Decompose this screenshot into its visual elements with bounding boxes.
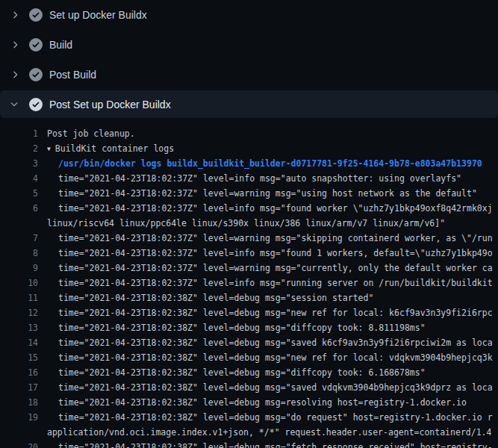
log-line-number[interactable]: 15 bbox=[0, 350, 38, 365]
log-line-text: time="2021-04-23T18:02:37Z" level=info m… bbox=[58, 276, 493, 290]
log-line-text: application/vnd.oci.image.index.v1+json,… bbox=[47, 425, 491, 440]
log-line-number[interactable]: 6 bbox=[0, 201, 38, 216]
log-line: 4 time="2021-04-23T18:02:37Z" level=info… bbox=[0, 171, 498, 186]
check-circle-icon bbox=[29, 68, 43, 81]
log-line: 1 Post job cleanup. bbox=[0, 126, 498, 141]
log-line-text: Post job cleanup. bbox=[47, 126, 135, 141]
log-line-text: ▼BuildKit container logs bbox=[47, 141, 174, 156]
log-line-number[interactable]: 20 bbox=[0, 440, 38, 448]
log-line: 12 time="2021-04-23T18:02:38Z" level=deb… bbox=[0, 305, 498, 320]
log-line-text: /usr/bin/docker logs buildx_buildkit_bui… bbox=[58, 156, 482, 171]
log-line: 9 time="2021-04-23T18:02:37Z" level=warn… bbox=[0, 261, 498, 276]
log-line-number[interactable]: 13 bbox=[0, 320, 38, 335]
chevron-down-icon bbox=[9, 99, 21, 111]
check-circle-icon bbox=[29, 38, 43, 52]
step-title: Build bbox=[49, 39, 72, 51]
step-title: Post Set up Docker Buildx bbox=[49, 99, 171, 111]
step-header-build[interactable]: Build bbox=[0, 30, 498, 60]
log-line-text: linux/riscv64 linux/ppc64le linux/s390x … bbox=[47, 216, 445, 231]
log-line: 5 time="2021-04-23T18:02:37Z" level=warn… bbox=[0, 186, 498, 201]
log-line: 15 time="2021-04-23T18:02:38Z" level=deb… bbox=[0, 350, 498, 365]
log-line-text: time="2021-04-23T18:02:38Z" level=debug … bbox=[58, 335, 493, 350]
log-line-text: time="2021-04-23T18:02:37Z" level=warnin… bbox=[58, 261, 493, 276]
log-line-number[interactable]: 19 bbox=[0, 410, 38, 425]
log-line-text: time="2021-04-23T18:02:38Z" level=debug … bbox=[58, 440, 493, 448]
check-circle-icon bbox=[29, 98, 43, 111]
group-collapse-triangle-icon[interactable]: ▼ bbox=[47, 142, 51, 157]
log-line: 19 time="2021-04-23T18:02:38Z" level=deb… bbox=[0, 410, 498, 425]
log-line-text: time="2021-04-23T18:02:38Z" level=debug … bbox=[58, 305, 493, 320]
log-line-number[interactable]: 10 bbox=[0, 276, 38, 290]
log-line-text: time="2021-04-23T18:02:38Z" level=debug … bbox=[58, 410, 493, 425]
log-line-number[interactable]: 9 bbox=[0, 261, 38, 276]
log-line-text: time="2021-04-23T18:02:38Z" level=debug … bbox=[58, 350, 493, 365]
log-line: 16 time="2021-04-23T18:02:38Z" level=deb… bbox=[0, 365, 498, 380]
log-line-text: time="2021-04-23T18:02:37Z" level=warnin… bbox=[58, 231, 493, 246]
log-line: 10 time="2021-04-23T18:02:37Z" level=inf… bbox=[0, 276, 498, 290]
log-line-text: time="2021-04-23T18:02:37Z" level=info m… bbox=[58, 201, 493, 216]
log-line-number[interactable]: 11 bbox=[0, 290, 38, 305]
log-line: 14 time="2021-04-23T18:02:38Z" level=deb… bbox=[0, 335, 498, 350]
log-line-number[interactable]: 4 bbox=[0, 171, 38, 186]
log-line-number[interactable] bbox=[0, 425, 38, 440]
check-circle-icon bbox=[29, 8, 43, 22]
log-line-number[interactable]: 18 bbox=[0, 395, 38, 410]
log-line-text: time="2021-04-23T18:02:38Z" level=debug … bbox=[58, 290, 373, 305]
log-line-number[interactable]: 3 bbox=[0, 156, 38, 171]
log-line: 13 time="2021-04-23T18:02:38Z" level=deb… bbox=[0, 320, 498, 335]
log-line: 6 time="2021-04-23T18:02:37Z" level=info… bbox=[0, 201, 498, 216]
log-line-text: time="2021-04-23T18:02:38Z" level=debug … bbox=[58, 365, 426, 380]
step-title: Post Build bbox=[49, 69, 96, 81]
log-line-number[interactable]: 1 bbox=[0, 126, 38, 141]
step-header-post-build[interactable]: Post Build bbox=[0, 60, 498, 90]
log-line: 20 time="2021-04-23T18:02:38Z" level=deb… bbox=[0, 440, 498, 448]
log-group-header[interactable]: 2 ▼BuildKit container logs bbox=[0, 141, 498, 156]
log-line: 18 time="2021-04-23T18:02:38Z" level=deb… bbox=[0, 395, 498, 410]
chevron-right-icon bbox=[9, 9, 21, 21]
log-line-number[interactable]: 5 bbox=[0, 186, 38, 201]
log-line-number[interactable]: 14 bbox=[0, 335, 38, 350]
log-line-text: time="2021-04-23T18:02:37Z" level=info m… bbox=[58, 246, 493, 261]
steps-list: Set up Docker Buildx Build bbox=[0, 0, 498, 118]
log-line: 17 time="2021-04-23T18:02:38Z" level=deb… bbox=[0, 380, 498, 395]
log-line: 8 time="2021-04-23T18:02:37Z" level=info… bbox=[0, 246, 498, 261]
log-line: 11 time="2021-04-23T18:02:38Z" level=deb… bbox=[0, 290, 498, 305]
log-line: 3 /usr/bin/docker logs buildx_buildkit_b… bbox=[0, 156, 498, 171]
log-line-text: time="2021-04-23T18:02:37Z" level=warnin… bbox=[58, 186, 477, 201]
step-title: Set up Docker Buildx bbox=[49, 9, 147, 21]
log-line-number[interactable]: 16 bbox=[0, 365, 38, 380]
log-line-number[interactable]: 17 bbox=[0, 380, 38, 395]
step-header-set-up-docker-buildx[interactable]: Set up Docker Buildx bbox=[0, 0, 498, 30]
step-header-post-set-up-docker-buildx[interactable]: Post Set up Docker Buildx bbox=[0, 90, 498, 118]
log-line-number[interactable] bbox=[0, 216, 38, 231]
log-line: 7 time="2021-04-23T18:02:37Z" level=warn… bbox=[0, 231, 498, 246]
chevron-right-icon bbox=[9, 69, 21, 81]
chevron-right-icon bbox=[9, 39, 21, 51]
log-line-text: time="2021-04-23T18:02:38Z" level=debug … bbox=[58, 380, 493, 395]
log-line-text: time="2021-04-23T18:02:37Z" level=info m… bbox=[58, 171, 461, 186]
log-line: application/vnd.oci.image.index.v1+json,… bbox=[0, 425, 498, 440]
log-area: 1 Post job cleanup. 2 ▼BuildKit containe… bbox=[0, 118, 498, 448]
log-line-number[interactable]: 7 bbox=[0, 231, 38, 246]
log-line-text: time="2021-04-23T18:02:38Z" level=debug … bbox=[58, 320, 426, 335]
log-line: linux/riscv64 linux/ppc64le linux/s390x … bbox=[0, 216, 498, 231]
log-line-number[interactable]: 8 bbox=[0, 246, 38, 261]
log-line-number[interactable]: 12 bbox=[0, 305, 38, 320]
log-line-text: time="2021-04-23T18:02:38Z" level=debug … bbox=[58, 395, 467, 410]
log-line-number[interactable]: 2 bbox=[0, 141, 38, 156]
